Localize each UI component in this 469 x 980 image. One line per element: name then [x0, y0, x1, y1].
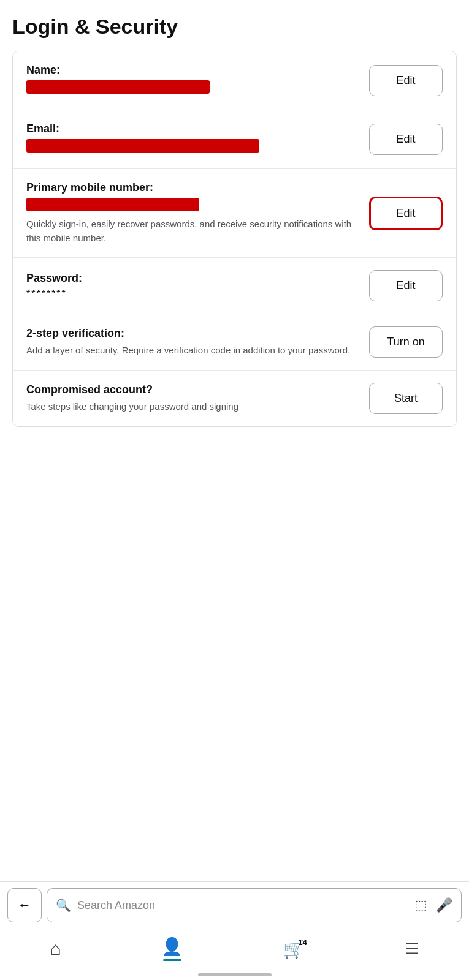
mobile-left: Primary mobile number: Quickly sign-in, …: [26, 181, 359, 245]
name-left: Name:: [26, 64, 359, 97]
account-icon: 👤: [161, 937, 183, 957]
twostep-label: 2-step verification:: [26, 327, 359, 340]
mobile-label: Primary mobile number:: [26, 181, 359, 194]
menu-icon: ☰: [405, 940, 419, 959]
home-icon: ⌂: [50, 938, 61, 959]
email-redacted: [26, 139, 259, 153]
page-title: Login & Security: [12, 15, 457, 39]
email-row: Email: Edit: [13, 110, 456, 169]
account-active-indicator: [163, 959, 181, 961]
microphone-icon[interactable]: 🎤: [436, 897, 452, 913]
mobile-row: Primary mobile number: Quickly sign-in, …: [13, 169, 456, 258]
name-label: Name:: [26, 64, 359, 77]
cart-badge: 14: [298, 938, 307, 947]
mobile-description: Quickly sign-in, easily recover password…: [26, 217, 359, 245]
email-edit-button[interactable]: Edit: [369, 124, 443, 155]
search-right-icons: ⬚ 🎤: [414, 897, 452, 913]
password-edit-button[interactable]: Edit: [369, 270, 443, 301]
compromised-row: Compromised account? Take steps like cha…: [13, 371, 456, 426]
nav-item-home[interactable]: ⌂: [50, 938, 61, 959]
nav-item-cart[interactable]: 🛒 14: [283, 939, 305, 959]
password-left: Password: ********: [26, 272, 359, 300]
mobile-redacted: [26, 198, 199, 211]
compromised-label: Compromised account?: [26, 383, 359, 396]
compromised-start-button[interactable]: Start: [369, 383, 443, 414]
password-dots: ********: [26, 288, 359, 300]
name-edit-button[interactable]: Edit: [369, 65, 443, 96]
twostep-row: 2-step verification: Add a layer of secu…: [13, 314, 456, 371]
password-label: Password:: [26, 272, 359, 285]
search-box[interactable]: 🔍 Search Amazon ⬚ 🎤: [47, 888, 462, 922]
camera-icon[interactable]: ⬚: [414, 897, 427, 913]
twostep-description: Add a layer of security. Require a verif…: [26, 344, 359, 358]
nav-item-menu[interactable]: ☰: [405, 940, 419, 959]
bottom-search-bar: ← 🔍 Search Amazon ⬚ 🎤: [0, 881, 469, 929]
nav-item-account[interactable]: 👤: [161, 937, 183, 961]
main-content: Login & Security Name: Edit Email: Edit …: [0, 0, 469, 881]
bottom-indicator: [198, 973, 272, 976]
back-button[interactable]: ←: [7, 888, 42, 922]
search-placeholder: Search Amazon: [77, 899, 408, 912]
mobile-edit-button[interactable]: Edit: [369, 197, 443, 230]
email-label: Email:: [26, 123, 359, 135]
password-row: Password: ******** Edit: [13, 258, 456, 314]
email-left: Email:: [26, 123, 359, 156]
compromised-left: Compromised account? Take steps like cha…: [26, 383, 359, 414]
bottom-nav: ⌂ 👤 🛒 14 ☰: [0, 929, 469, 973]
name-redacted: [26, 80, 210, 94]
twostep-left: 2-step verification: Add a layer of secu…: [26, 327, 359, 358]
search-icon: 🔍: [56, 898, 71, 913]
name-row: Name: Edit: [13, 51, 456, 110]
security-card: Name: Edit Email: Edit Primary mobile nu…: [12, 51, 457, 427]
back-arrow-icon: ←: [18, 897, 31, 913]
compromised-description: Take steps like changing your password a…: [26, 400, 359, 414]
twostep-turnon-button[interactable]: Turn on: [369, 326, 443, 358]
